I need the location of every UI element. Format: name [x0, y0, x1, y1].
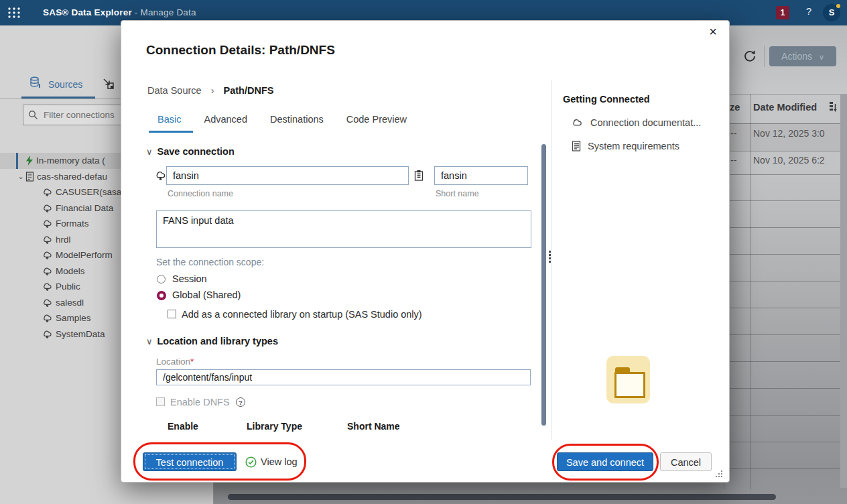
tab-destinations[interactable]: Destinations	[270, 114, 324, 125]
horizontal-scrollbar-thumb[interactable]	[228, 494, 776, 500]
enable-dnfs-label: Enable DNFS	[170, 397, 230, 407]
database-icon	[29, 76, 41, 88]
chevron-down-icon[interactable]: ⌄	[16, 172, 25, 181]
radio-session[interactable]	[157, 275, 166, 284]
avatar-status-dot	[836, 4, 840, 8]
tab-basic[interactable]: Basic	[157, 114, 181, 125]
app-title: SAS® Data Explorer - Manage Data	[43, 7, 196, 17]
help-icon[interactable]: ?	[803, 5, 814, 17]
link-system-requirements[interactable]: System requirements	[572, 141, 679, 151]
panel-resize-handle[interactable]	[549, 251, 551, 265]
breadcrumb-current: Path/DNFS	[224, 85, 274, 96]
caslib-icon	[42, 298, 53, 308]
breadcrumb: Data Source › Path/DNFS	[147, 85, 273, 96]
chevron-down-icon: ∨	[146, 336, 153, 346]
lightning-icon	[25, 155, 34, 166]
short-name-label: Short name	[436, 189, 479, 198]
save-and-connect-button[interactable]: Save and connect	[557, 452, 653, 471]
caslib-icon	[42, 329, 53, 339]
dialog-title: Connection Details: Path/DNFS	[146, 43, 335, 58]
column-header-date-modified[interactable]: Date Modified	[753, 102, 817, 113]
row-divider	[724, 151, 847, 151]
lib-header-short-name: Short Name	[347, 421, 400, 432]
scope-label: Set the connection scope:	[156, 257, 264, 267]
test-connection-button[interactable]: Test connection	[143, 452, 237, 471]
column-divider	[751, 94, 751, 489]
connection-name-input[interactable]	[166, 166, 409, 185]
radio-global-shared-label[interactable]: Global (Shared)	[172, 290, 241, 300]
caslib-icon	[42, 203, 53, 213]
search-icon	[29, 111, 38, 119]
caslib-icon	[154, 170, 167, 181]
tab-code-preview[interactable]: Code Preview	[346, 114, 407, 125]
section-location[interactable]: ∨Location and library types	[146, 336, 278, 346]
caslib-icon	[42, 266, 53, 276]
server-icon	[25, 172, 34, 182]
cell-size: --	[730, 155, 736, 166]
caslib-icon	[42, 235, 53, 245]
active-tab-underline	[21, 97, 95, 99]
cancel-button[interactable]: Cancel	[660, 452, 712, 471]
caslib-icon	[42, 281, 53, 292]
breadcrumb-separator-icon: ›	[211, 85, 214, 96]
form-scrollbar-thumb[interactable]	[541, 144, 546, 426]
document-icon	[572, 141, 581, 151]
lib-header-enable: Enable	[168, 421, 198, 432]
caslib-icon	[42, 218, 53, 229]
breadcrumb-data-source[interactable]: Data Source	[147, 85, 202, 96]
caslib-icon	[42, 187, 53, 197]
notification-badge[interactable]: 1	[776, 6, 789, 19]
panel-divider	[551, 80, 552, 440]
description-textarea[interactable]: FANS input data	[156, 210, 531, 248]
actions-button[interactable]: Actions ∨	[769, 46, 836, 66]
vertical-scrollbar[interactable]	[840, 94, 847, 488]
toolbar-divider	[764, 46, 765, 67]
close-icon[interactable]: ×	[705, 24, 721, 40]
tab-sources[interactable]: Sources	[48, 79, 82, 90]
location-label: Location*	[156, 357, 194, 367]
cell-date: Nov 12, 2025 3:0	[753, 128, 825, 139]
section-save-connection[interactable]: ∨Save connection	[146, 146, 235, 157]
sort-descending-icon[interactable]	[829, 101, 837, 113]
tab-advanced[interactable]: Advanced	[204, 114, 247, 125]
connection-name-label: Connection name	[168, 189, 233, 198]
enable-dnfs-checkbox[interactable]	[156, 397, 165, 406]
radio-global-shared[interactable]	[157, 291, 166, 300]
startup-checkbox-label[interactable]: Add as a connected library on startup (S…	[182, 309, 422, 320]
screen: SAS® Data Explorer - Manage Data 1 ? S S…	[0, 0, 847, 504]
app-switcher-icon[interactable]	[7, 6, 21, 19]
link-connection-documentation[interactable]: Connection documentat...	[571, 117, 701, 128]
help-panel-heading: Getting Connected	[563, 94, 650, 105]
selected-indicator	[16, 153, 18, 169]
caslib-icon	[42, 313, 53, 323]
empty-table-rows	[724, 174, 847, 470]
clipboard-icon	[413, 170, 424, 182]
required-marker: *	[190, 357, 194, 367]
check-circle-icon	[245, 456, 257, 468]
tab-import-icon[interactable]	[102, 78, 115, 90]
help-circle-icon[interactable]: ?	[236, 397, 245, 407]
caslib-icon	[42, 250, 53, 260]
refresh-icon[interactable]	[742, 49, 757, 64]
active-tab-underline	[149, 131, 193, 133]
view-log-link[interactable]: View log	[245, 452, 298, 471]
lib-header-library-type: Library Type	[247, 421, 302, 432]
chevron-down-icon: ∨	[819, 53, 824, 61]
dialog-tabs: Basic Advanced Destinations Code Preview	[157, 114, 430, 125]
folder-icon	[606, 356, 650, 403]
startup-checkbox[interactable]	[168, 310, 176, 318]
cell-date: Nov 10, 2025 6:2	[753, 155, 825, 166]
radio-session-label[interactable]: Session	[172, 273, 207, 284]
app-subtitle: - Manage Data	[135, 7, 196, 17]
cell-size: --	[730, 128, 736, 139]
chevron-down-icon: ∨	[146, 147, 153, 157]
short-name-input[interactable]	[434, 166, 528, 185]
cloud-icon	[571, 118, 584, 127]
location-input[interactable]	[156, 369, 531, 385]
